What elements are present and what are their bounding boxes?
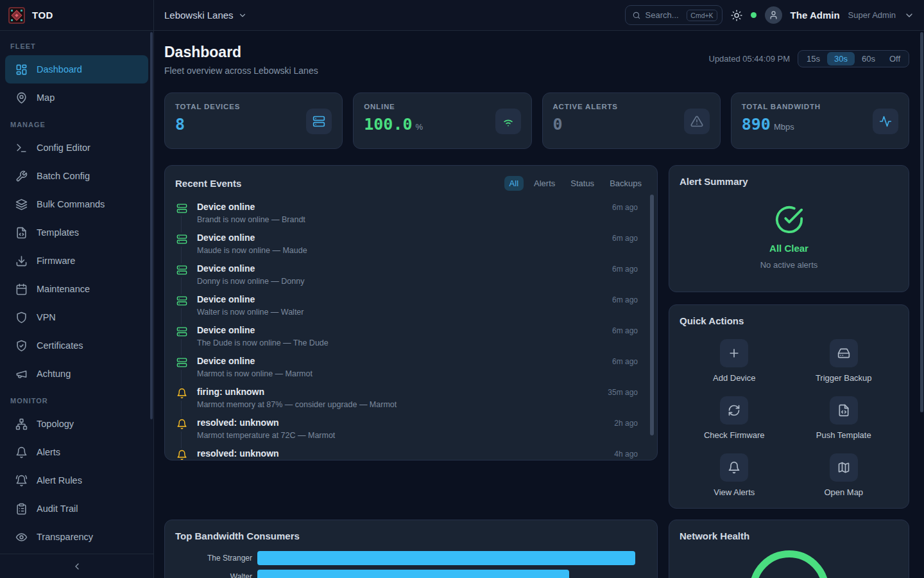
alert-summary-panel: Alert Summary All Clear No active alerts xyxy=(669,165,909,292)
sidebar-item-dashboard[interactable]: Dashboard xyxy=(5,55,148,83)
eye-icon xyxy=(15,531,28,543)
page-title: Dashboard xyxy=(164,44,318,61)
refresh-option-15s[interactable]: 15s xyxy=(800,52,827,66)
calendar-icon xyxy=(15,283,28,295)
search-input[interactable] xyxy=(646,10,683,20)
main-content: Dashboard Fleet overview across Lebowski… xyxy=(154,31,924,578)
sidebar-item-batch-config[interactable]: Batch Config xyxy=(5,162,148,190)
search-shortcut-badge: Cmd+K xyxy=(687,10,717,21)
stat-value: 0 xyxy=(553,115,563,134)
section-title-monitor: MONITOR xyxy=(0,397,153,405)
sidebar-scrollbar[interactable] xyxy=(150,32,153,419)
avatar[interactable] xyxy=(765,6,782,24)
sidebar-collapse-button[interactable] xyxy=(0,554,153,578)
file-code-icon xyxy=(15,227,28,239)
server-icon xyxy=(176,234,187,245)
org-switcher[interactable]: Lebowski Lanes xyxy=(164,10,247,21)
network-health-gauge: 100 xyxy=(749,550,829,578)
quick-action-check-firmware[interactable]: Check Firmware xyxy=(680,396,789,440)
clipboard-list-icon xyxy=(15,503,28,515)
events-list: Device online6m ago Brandt is now online… xyxy=(175,202,647,460)
check-circle-icon xyxy=(774,205,804,234)
sidebar-item-label: Audit Trail xyxy=(37,504,78,514)
org-name: Lebowski Lanes xyxy=(164,10,234,21)
sidebar-item-label: Dashboard xyxy=(37,64,82,74)
bell-icon xyxy=(176,450,187,460)
event-time: 6m ago xyxy=(612,295,638,304)
sidebar-item-label: Batch Config xyxy=(37,171,90,181)
quick-action-label: Trigger Backup xyxy=(816,373,872,383)
chevron-down-icon xyxy=(238,11,247,20)
sidebar-item-transparency[interactable]: Transparency xyxy=(5,523,148,551)
quick-action-add-device[interactable]: Add Device xyxy=(680,339,789,383)
refresh-interval-segmented-control: 15s 30s 60s Off xyxy=(798,50,909,67)
page-scrollbar[interactable] xyxy=(920,32,923,412)
event-time: 35m ago xyxy=(608,388,638,397)
terminal-icon xyxy=(15,142,28,154)
event-title: resolved: unknown xyxy=(197,448,279,459)
sidebar-item-achtung[interactable]: Achtung xyxy=(5,360,148,388)
sidebar-item-map[interactable]: Map xyxy=(5,83,148,112)
events-tab-all[interactable]: All xyxy=(504,176,524,191)
sidebar-item-templates[interactable]: Templates xyxy=(5,218,148,247)
sidebar-item-alert-rules[interactable]: Alert Rules xyxy=(5,466,148,495)
event-title: Device online xyxy=(197,232,255,243)
stat-value: 890 xyxy=(742,115,771,134)
sidebar-item-label: Firmware xyxy=(37,256,75,266)
network-health-title: Network Health xyxy=(680,530,898,541)
theme-toggle-sun-icon[interactable] xyxy=(731,10,742,21)
event-title: resolved: unknown xyxy=(197,417,279,428)
event-row: Device online6m ago Donny is now online … xyxy=(175,263,647,286)
bandwidth-chart: The Stranger Walter xyxy=(175,551,647,578)
sidebar: FLEET Dashboard Map MANAGE Config Editor… xyxy=(0,31,154,578)
alert-status-text: All Clear xyxy=(769,243,809,254)
download-icon xyxy=(15,255,28,267)
quick-actions-panel: Quick Actions Add Device Trigger Backup … xyxy=(669,304,909,509)
sidebar-item-certificates[interactable]: Certificates xyxy=(5,331,148,360)
quick-action-view-alerts[interactable]: View Alerts xyxy=(680,453,789,497)
sidebar-item-label: Templates xyxy=(37,227,79,238)
alert-summary-title: Alert Summary xyxy=(680,176,898,187)
sidebar-item-label: Map xyxy=(37,92,55,103)
sidebar-item-audit-trail[interactable]: Audit Trail xyxy=(5,495,148,523)
search-box[interactable]: Cmd+K xyxy=(625,5,723,25)
event-row: firing: unknown35m ago Marmot memory at … xyxy=(175,387,647,409)
server-icon xyxy=(312,115,325,128)
sidebar-item-bulk-commands[interactable]: Bulk Commands xyxy=(5,190,148,218)
quick-action-label: View Alerts xyxy=(714,487,755,497)
sidebar-item-label: Bulk Commands xyxy=(37,199,105,209)
activity-icon xyxy=(879,115,892,128)
sidebar-item-vpn[interactable]: VPN xyxy=(5,303,148,331)
event-row: resolved: unknown2h ago Marmot temperatu… xyxy=(175,417,647,440)
shield-icon xyxy=(15,311,28,324)
top-bandwidth-panel: Top Bandwidth Consumers The Stranger Wal… xyxy=(164,520,658,578)
event-row: Device online6m ago The Dude is now onli… xyxy=(175,325,647,347)
user-menu-chevron-down-icon[interactable] xyxy=(904,10,914,21)
refresh-cw-icon xyxy=(728,404,740,417)
event-description: The Dude is now online — The Dude xyxy=(197,338,638,347)
quick-action-trigger-backup[interactable]: Trigger Backup xyxy=(789,339,899,383)
sidebar-item-config-editor[interactable]: Config Editor xyxy=(5,134,148,162)
events-tab-alerts[interactable]: Alerts xyxy=(529,176,560,191)
sidebar-item-maintenance[interactable]: Maintenance xyxy=(5,275,148,303)
events-tab-backups[interactable]: Backups xyxy=(604,176,647,191)
sidebar-item-topology[interactable]: Topology xyxy=(5,410,148,438)
sidebar-item-firmware[interactable]: Firmware xyxy=(5,247,148,275)
sidebar-item-alerts[interactable]: Alerts xyxy=(5,438,148,466)
bandwidth-device-label: Walter xyxy=(175,572,257,578)
quick-action-open-map[interactable]: Open Map xyxy=(789,453,899,497)
event-row: Device online6m ago Walter is now online… xyxy=(175,294,647,317)
quick-action-push-template[interactable]: Push Template xyxy=(789,396,899,440)
stat-unit: % xyxy=(416,122,424,132)
updated-timestamp: Updated 05:44:09 PM xyxy=(709,54,790,64)
sidebar-item-label: Certificates xyxy=(37,340,83,351)
network-icon xyxy=(15,418,28,430)
refresh-option-60s[interactable]: 60s xyxy=(855,52,882,66)
event-description: Marmot is now online — Marmot xyxy=(197,369,638,378)
topbar: TOD Lebowski Lanes Cmd+K The Admin Super… xyxy=(0,0,924,31)
refresh-option-30s[interactable]: 30s xyxy=(827,52,855,66)
refresh-option-off[interactable]: Off xyxy=(882,52,907,66)
events-tab-status[interactable]: Status xyxy=(565,176,599,191)
recent-events-title: Recent Events xyxy=(175,178,241,189)
events-scrollbar[interactable] xyxy=(650,195,654,435)
